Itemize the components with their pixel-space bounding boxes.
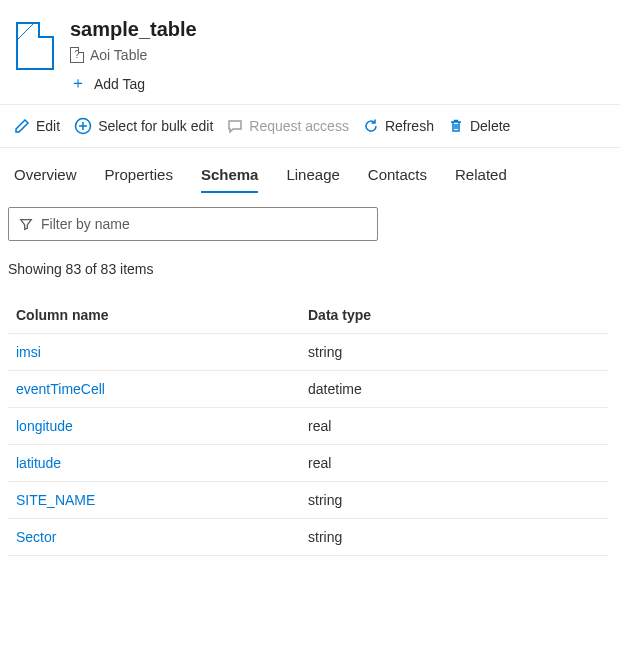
table-header: Column name Data type (8, 297, 608, 334)
tab-overview[interactable]: Overview (14, 160, 77, 193)
header-text: sample_table ? Aoi Table ＋ Add Tag (70, 18, 197, 94)
add-tag-button[interactable]: ＋ Add Tag (70, 73, 197, 94)
tab-schema[interactable]: Schema (201, 160, 259, 193)
pencil-icon (14, 118, 30, 134)
tab-lineage[interactable]: Lineage (286, 160, 339, 193)
filter-icon (19, 217, 33, 231)
request-access-label: Request access (249, 118, 349, 134)
table-row: SITE_NAME string (8, 482, 608, 519)
filter-input[interactable] (41, 216, 367, 232)
column-type: real (308, 455, 600, 471)
refresh-icon (363, 118, 379, 134)
unknown-type-icon: ? (70, 47, 84, 63)
column-name-link[interactable]: Sector (16, 529, 308, 545)
filter-box[interactable] (8, 207, 378, 241)
asset-type-label: Aoi Table (90, 47, 147, 63)
col-header-type[interactable]: Data type (308, 307, 600, 323)
edit-label: Edit (36, 118, 60, 134)
table-row: longitude real (8, 408, 608, 445)
table-row: Sector string (8, 519, 608, 556)
tab-contacts[interactable]: Contacts (368, 160, 427, 193)
page-title: sample_table (70, 18, 197, 41)
request-access-button: Request access (227, 118, 349, 134)
column-name-link[interactable]: imsi (16, 344, 308, 360)
column-type: datetime (308, 381, 600, 397)
column-name-link[interactable]: SITE_NAME (16, 492, 308, 508)
table-row: eventTimeCell datetime (8, 371, 608, 408)
column-name-link[interactable]: latitude (16, 455, 308, 471)
bulk-edit-button[interactable]: Select for bulk edit (74, 117, 213, 135)
tab-related[interactable]: Related (455, 160, 507, 193)
toolbar: Edit Select for bulk edit Request access… (0, 105, 620, 147)
column-type: string (308, 492, 600, 508)
tab-properties[interactable]: Properties (105, 160, 173, 193)
filter-wrap (0, 193, 620, 241)
add-tag-label: Add Tag (94, 76, 145, 92)
delete-button[interactable]: Delete (448, 118, 510, 134)
table-row: imsi string (8, 334, 608, 371)
circle-plus-icon (74, 117, 92, 135)
col-header-name[interactable]: Column name (16, 307, 308, 323)
result-count: Showing 83 of 83 items (0, 241, 620, 287)
column-type: string (308, 529, 600, 545)
edit-button[interactable]: Edit (14, 118, 60, 134)
refresh-button[interactable]: Refresh (363, 118, 434, 134)
tab-bar: Overview Properties Schema Lineage Conta… (0, 160, 620, 193)
divider (0, 147, 620, 148)
page-header: sample_table ? Aoi Table ＋ Add Tag (0, 0, 620, 104)
delete-label: Delete (470, 118, 510, 134)
bulk-edit-label: Select for bulk edit (98, 118, 213, 134)
table-row: latitude real (8, 445, 608, 482)
column-type: string (308, 344, 600, 360)
chat-icon (227, 118, 243, 134)
trash-icon (448, 118, 464, 134)
asset-type-row: ? Aoi Table (70, 47, 197, 63)
file-icon (16, 22, 54, 70)
refresh-label: Refresh (385, 118, 434, 134)
column-type: real (308, 418, 600, 434)
column-name-link[interactable]: longitude (16, 418, 308, 434)
plus-icon: ＋ (70, 73, 86, 94)
column-name-link[interactable]: eventTimeCell (16, 381, 308, 397)
schema-table: Column name Data type imsi string eventT… (8, 297, 608, 556)
